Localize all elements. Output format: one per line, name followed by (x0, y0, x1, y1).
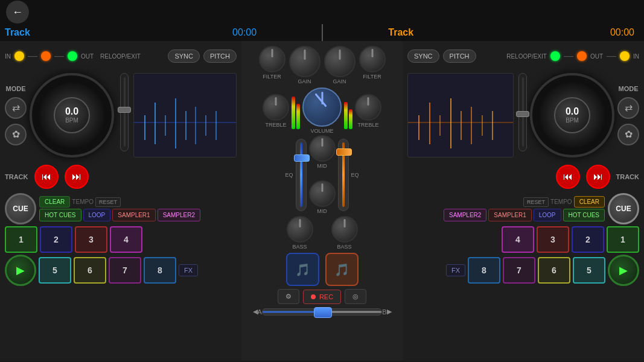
left-cue-button[interactable]: CUE (5, 193, 36, 224)
left-channel-fader-thumb[interactable] (294, 154, 310, 162)
right-sampler1-tab[interactable]: SAMPLER1 (488, 209, 531, 221)
right-jog-wheel[interactable]: 0.0 BPM (530, 73, 614, 157)
right-pad-5[interactable]: 5 (573, 257, 605, 284)
left-jog-wheel[interactable]: 0.0 BPM (30, 73, 114, 157)
vu-right-2 (349, 109, 352, 129)
mixer-target-button[interactable]: ◎ (345, 289, 366, 304)
gain-right-label: GAIN (333, 78, 346, 84)
treble-left-knob[interactable] (263, 94, 289, 121)
right-sync-button[interactable]: SYNC (407, 49, 439, 63)
volume-label: VOLUME (310, 128, 333, 134)
right-next-track-button[interactable]: ⏭ (586, 165, 610, 189)
left-mode-btn-2[interactable]: ✿ (5, 124, 27, 145)
left-pad-8[interactable]: 8 (144, 257, 176, 284)
right-track-section-label: TRACK (616, 173, 640, 180)
filter-right-label: FILTER (363, 74, 381, 80)
right-clear-button[interactable]: CLEAR (574, 196, 605, 208)
right-in-led[interactable] (620, 51, 630, 61)
eq-left-label: EQ (285, 172, 293, 178)
left-loop-tab[interactable]: LOOP (83, 209, 111, 221)
right-pitch-thumb[interactable] (516, 111, 529, 117)
mid-left-knob[interactable] (309, 135, 336, 162)
left-next-track-button[interactable]: ⏭ (65, 165, 89, 189)
gain-left-label: GAIN (298, 78, 311, 84)
cf-arrow-right: ▶ (387, 308, 392, 316)
left-pad-5[interactable]: 5 (39, 257, 71, 284)
crossfader-thumb[interactable] (314, 307, 332, 318)
right-reset-button[interactable]: RESET (523, 197, 549, 207)
right-out-led[interactable] (577, 51, 587, 61)
rec-button[interactable]: REC (303, 290, 341, 304)
right-pad-7[interactable]: 7 (503, 257, 535, 284)
gain-left-knob[interactable] (289, 46, 320, 77)
left-pad-2[interactable]: 2 (40, 226, 72, 253)
crossfader[interactable] (262, 308, 382, 316)
right-time: 00:00 (610, 27, 634, 38)
right-pad-2[interactable]: 2 (572, 226, 604, 253)
left-play-button[interactable]: ▶ (5, 255, 36, 286)
left-out-label: OUT (81, 53, 94, 60)
left-tempo-label: TEMPO (72, 198, 94, 205)
right-hot-cues-tab[interactable]: HOT CUES (563, 209, 605, 221)
treble-left-label: TREBLE (265, 122, 286, 128)
left-pad-4[interactable]: 4 (110, 226, 142, 253)
left-pad-3[interactable]: 3 (75, 226, 107, 253)
back-button[interactable]: ← (6, 1, 29, 24)
right-pad-3[interactable]: 3 (537, 226, 569, 253)
left-deck: IN — — OUT RELOOP/EXIT SYNC PITCH MODE ⇄… (0, 41, 241, 361)
left-sync-button[interactable]: SYNC (168, 49, 200, 63)
right-pitch-button[interactable]: PITCH (443, 49, 476, 63)
center-line (322, 24, 323, 42)
add-track-right-button[interactable]: 🎵 (325, 253, 359, 286)
main-area: IN — — OUT RELOOP/EXIT SYNC PITCH MODE ⇄… (0, 41, 644, 361)
left-reset-button[interactable]: RESET (95, 197, 121, 207)
gain-right-knob[interactable] (324, 46, 355, 77)
filter-right-knob[interactable] (359, 46, 386, 72)
right-loop-tab[interactable]: LOOP (534, 209, 561, 221)
bass-right-knob[interactable] (331, 216, 358, 243)
right-sampler2-tab[interactable]: SAMPLER2 (444, 209, 486, 221)
right-pad-4[interactable]: 4 (502, 226, 534, 253)
right-play-button[interactable]: ▶ (608, 255, 639, 286)
right-fx-button[interactable]: FX (446, 264, 465, 276)
left-pad-1[interactable]: 1 (5, 226, 37, 253)
volume-knob[interactable] (302, 87, 342, 127)
left-pitch-button[interactable]: PITCH (203, 49, 237, 63)
left-out-led[interactable] (41, 51, 51, 61)
top-bar: ← (0, 0, 644, 24)
left-in-led[interactable] (14, 51, 24, 61)
mid-left-label: MID (317, 163, 327, 169)
left-pitch-thumb[interactable] (118, 107, 131, 113)
right-bpm-value: 0.0 (566, 106, 579, 117)
left-prev-track-button[interactable]: ⏮ (34, 165, 59, 189)
left-reloop-led[interactable] (68, 51, 77, 61)
right-reloop-led[interactable] (550, 51, 560, 61)
left-bpm-value: 0.0 (65, 106, 78, 117)
left-pad-6[interactable]: 6 (74, 257, 106, 284)
cf-a-label: A (258, 308, 262, 316)
left-fx-button[interactable]: FX (179, 264, 198, 276)
left-mode-btn-1[interactable]: ⇄ (5, 97, 27, 119)
right-cue-button[interactable]: CUE (608, 193, 639, 224)
right-channel-fader-thumb[interactable] (336, 148, 352, 156)
bass-left-knob[interactable] (287, 216, 313, 243)
treble-right-knob[interactable] (355, 94, 381, 121)
mid-right-knob[interactable] (309, 180, 336, 207)
left-hot-cues-tab[interactable]: HOT CUES (39, 209, 81, 221)
left-sampler1-tab[interactable]: SAMPLER1 (112, 209, 155, 221)
left-mode-label: MODE (6, 85, 26, 92)
filter-left-knob[interactable] (259, 46, 285, 72)
right-prev-track-button[interactable]: ⏮ (556, 165, 580, 189)
right-mode-btn-1[interactable]: ⇄ (617, 97, 639, 119)
left-pad-7[interactable]: 7 (109, 257, 141, 284)
right-pad-1[interactable]: 1 (607, 226, 639, 253)
right-pad-8[interactable]: 8 (468, 257, 500, 284)
eq-right-label: EQ (351, 172, 359, 178)
right-mode-btn-2[interactable]: ✿ (617, 124, 639, 145)
mixer-adjust-button[interactable]: ⚙ (278, 289, 299, 304)
left-clear-button[interactable]: CLEAR (39, 196, 70, 208)
vu-left-2 (296, 104, 300, 129)
left-sampler2-tab[interactable]: SAMPLER2 (158, 209, 200, 221)
add-track-left-button[interactable]: 🎵 (286, 253, 319, 286)
right-pad-6[interactable]: 6 (538, 257, 570, 284)
